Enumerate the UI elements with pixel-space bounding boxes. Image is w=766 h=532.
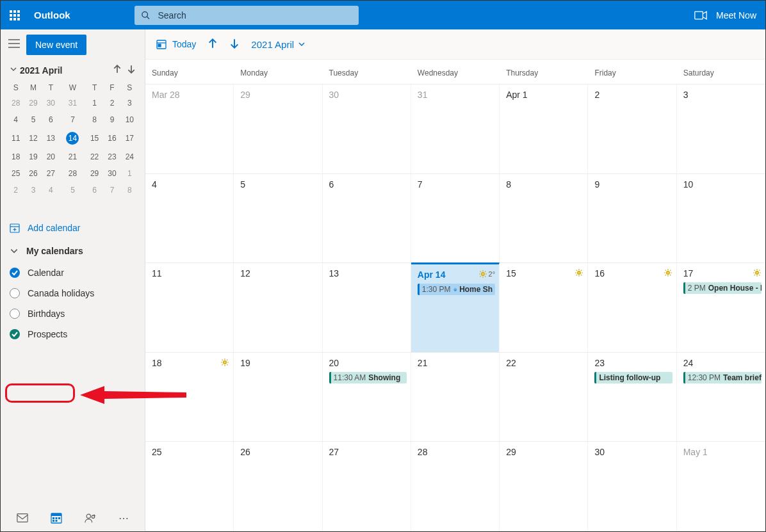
mini-day-cell[interactable]: 20 <box>42 149 60 165</box>
add-calendar-button[interactable]: Add calendar <box>1 216 145 239</box>
mini-day-cell[interactable]: 4 <box>7 111 24 128</box>
day-cell[interactable]: 22 <box>500 353 588 442</box>
mini-day-cell[interactable]: 11 <box>7 128 24 149</box>
mini-day-cell[interactable]: 2 <box>7 182 24 198</box>
mini-day-cell[interactable]: 31 <box>60 95 86 111</box>
calendar-checkbox[interactable] <box>10 288 20 298</box>
new-event-button[interactable]: New event <box>26 35 86 55</box>
meet-now-button[interactable]: Meet Now <box>694 10 756 20</box>
day-cell[interactable]: 5 <box>234 174 322 263</box>
calendar-list-item[interactable]: Prospects <box>1 324 145 344</box>
next-month-button[interactable] <box>229 38 240 51</box>
day-cell[interactable]: 29 <box>500 442 588 531</box>
day-cell[interactable]: 21 <box>411 353 500 442</box>
calendar-checkbox[interactable] <box>10 309 20 319</box>
mini-day-cell[interactable]: 29 <box>24 95 42 111</box>
mini-day-cell[interactable]: 9 <box>103 111 120 128</box>
day-cell[interactable]: 12 <box>234 263 322 352</box>
mini-day-cell[interactable]: 30 <box>103 165 120 182</box>
mini-day-cell[interactable]: 13 <box>42 128 60 149</box>
day-cell[interactable]: 4 <box>145 174 234 263</box>
app-launcher-icon[interactable] <box>10 9 22 22</box>
calendar-checkbox[interactable] <box>10 268 20 278</box>
mini-day-cell[interactable]: 15 <box>86 128 103 149</box>
day-cell[interactable]: 28 <box>411 442 500 531</box>
calendar-list-item[interactable]: Canada holidays <box>1 283 145 303</box>
mini-day-cell[interactable]: 14 <box>60 128 86 149</box>
day-cell[interactable]: 6 <box>323 174 411 263</box>
mini-day-cell[interactable]: 1 <box>86 95 103 111</box>
mini-prev-icon[interactable] <box>113 65 122 76</box>
day-cell[interactable]: 11 <box>145 263 234 352</box>
mail-icon[interactable] <box>17 512 28 526</box>
mini-day-cell[interactable]: 5 <box>60 182 86 198</box>
my-calendars-toggle[interactable]: My calendars <box>1 239 145 262</box>
day-cell[interactable]: 172 PMOpen House - P <box>677 263 765 352</box>
day-cell[interactable]: May 1 <box>677 442 765 531</box>
mini-day-cell[interactable]: 26 <box>24 165 42 182</box>
mini-day-cell[interactable]: 23 <box>103 149 120 165</box>
mini-day-cell[interactable]: 1 <box>121 165 138 182</box>
mini-day-cell[interactable]: 7 <box>60 111 86 128</box>
mini-day-cell[interactable]: 29 <box>86 165 103 182</box>
mini-day-cell[interactable]: 27 <box>42 165 60 182</box>
more-icon[interactable]: ⋯ <box>118 515 129 522</box>
day-cell[interactable]: 7 <box>411 174 500 263</box>
calendar-event[interactable]: 11:30 AMShowing <box>329 372 407 383</box>
day-cell[interactable]: 30 <box>588 442 676 531</box>
day-cell[interactable]: 25 <box>145 442 234 531</box>
mini-day-cell[interactable]: 6 <box>42 111 60 128</box>
day-cell[interactable]: 2412:30 PMTeam brief <box>677 353 765 442</box>
day-cell[interactable]: 13 <box>323 263 411 352</box>
day-cell[interactable]: 29 <box>234 85 322 173</box>
day-cell[interactable]: 30 <box>323 85 411 173</box>
search-input[interactable] <box>156 10 352 21</box>
mini-day-cell[interactable]: 22 <box>86 149 103 165</box>
day-cell[interactable]: 8 <box>500 174 588 263</box>
mini-day-cell[interactable]: 25 <box>7 165 24 182</box>
mini-day-cell[interactable]: 12 <box>24 128 42 149</box>
day-cell[interactable]: 2011:30 AMShowing <box>323 353 411 442</box>
mini-day-cell[interactable]: 4 <box>42 182 60 198</box>
day-cell[interactable]: Mar 28 <box>145 85 234 173</box>
mini-day-cell[interactable]: 8 <box>121 182 138 198</box>
people-icon[interactable] <box>85 512 96 526</box>
mini-day-cell[interactable]: 10 <box>121 111 138 128</box>
mini-day-cell[interactable]: 3 <box>121 95 138 111</box>
calendar-event[interactable]: Listing follow-up <box>594 372 672 383</box>
calendar-list-item[interactable]: Calendar <box>1 262 145 283</box>
calendar-checkbox[interactable] <box>10 329 20 339</box>
calendar-event[interactable]: 2 PMOpen House - P <box>683 282 762 294</box>
day-cell[interactable]: 3 <box>677 85 765 173</box>
mini-day-cell[interactable]: 17 <box>121 128 138 149</box>
day-cell[interactable]: 18 <box>145 353 234 442</box>
day-cell[interactable]: 9 <box>588 174 676 263</box>
calendar-icon[interactable] <box>51 512 62 526</box>
day-cell[interactable]: 10 <box>677 174 765 263</box>
mini-day-cell[interactable]: 5 <box>24 111 42 128</box>
calendar-event[interactable]: 1:30 PMHome Sh <box>418 284 495 295</box>
mini-day-cell[interactable]: 28 <box>7 95 24 111</box>
day-cell[interactable]: Apr 1 <box>500 85 588 173</box>
day-cell[interactable]: 16 <box>588 263 676 352</box>
search-box[interactable] <box>134 6 359 25</box>
mini-day-cell[interactable]: 3 <box>24 182 42 198</box>
mini-cal-grid[interactable]: SMTWTFS 28293031123456789101112131415161… <box>7 81 138 198</box>
mini-day-cell[interactable]: 19 <box>24 149 42 165</box>
calendar-event[interactable]: 12:30 PMTeam brief <box>683 372 762 383</box>
mini-day-cell[interactable]: 6 <box>86 182 103 198</box>
mini-next-icon[interactable] <box>127 65 136 76</box>
mini-day-cell[interactable]: 8 <box>86 111 103 128</box>
mini-day-cell[interactable]: 16 <box>103 128 120 149</box>
day-cell[interactable]: 19 <box>234 353 322 442</box>
prev-month-button[interactable] <box>208 38 218 51</box>
mini-day-cell[interactable]: 2 <box>103 95 120 111</box>
mini-day-cell[interactable]: 28 <box>60 165 86 182</box>
day-cell[interactable]: 2 <box>588 85 676 173</box>
mini-day-cell[interactable]: 21 <box>60 149 86 165</box>
calendar-list-item[interactable]: Birthdays <box>1 303 145 324</box>
day-cell[interactable]: 31 <box>411 85 500 173</box>
mini-day-cell[interactable]: 30 <box>42 95 60 111</box>
mini-day-cell[interactable]: 24 <box>121 149 138 165</box>
date-picker[interactable]: 2021 April <box>251 39 306 50</box>
